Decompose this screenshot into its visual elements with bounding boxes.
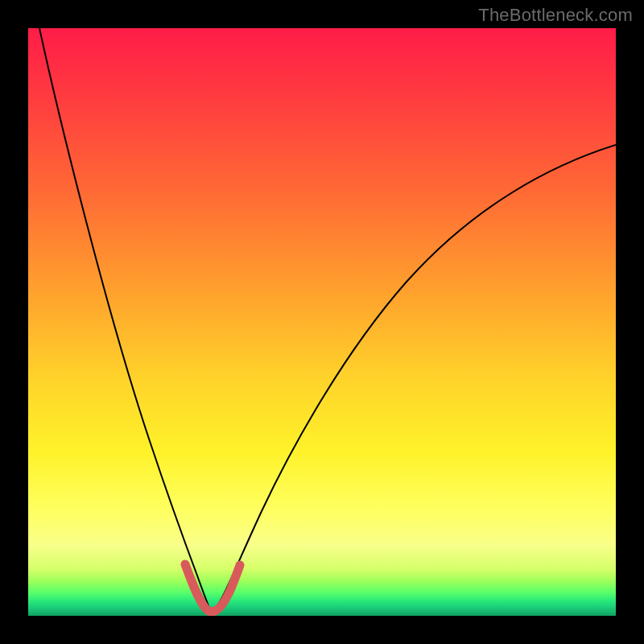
curve-valley-highlight [185, 564, 240, 612]
plot-area [28, 28, 616, 616]
watermark-text: TheBottleneck.com [478, 5, 633, 26]
curve-right-branch [215, 145, 616, 609]
chart-frame: TheBottleneck.com [0, 0, 644, 644]
curve-layer [28, 28, 616, 616]
curve-left-branch [39, 28, 210, 609]
